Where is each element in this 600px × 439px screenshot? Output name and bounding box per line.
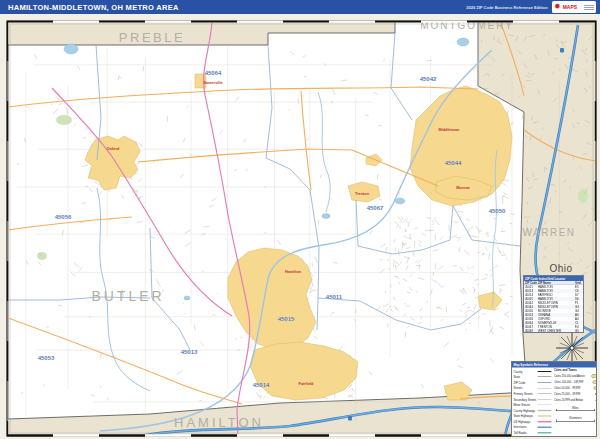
logo-star-icon: ✹ bbox=[554, 3, 561, 11]
town-label-monroe: Monroe bbox=[456, 186, 470, 190]
legend-line-symbols: County State ZIP Code Streets Primary St… bbox=[512, 368, 554, 436]
line-sample bbox=[538, 410, 552, 411]
publisher-logo: ✹ MAPS bbox=[552, 1, 596, 13]
legend-city-symbols: Cities and Towns Cities 250,000 and Abov… bbox=[554, 368, 597, 436]
zip-label-45042: 45042 bbox=[420, 76, 437, 82]
town-label-somerville: Somerville bbox=[203, 81, 222, 85]
page-title: HAMILTON-MIDDLETOWN, OH METRO AREA bbox=[0, 3, 179, 12]
county-label-warren: WARREN bbox=[522, 227, 575, 238]
line-sample bbox=[538, 426, 552, 428]
line-sample bbox=[538, 377, 552, 378]
town-label-trenton: Trenton bbox=[355, 192, 370, 196]
zip-label-45011: 45011 bbox=[326, 294, 343, 300]
line-sample bbox=[538, 405, 552, 406]
scale-bar bbox=[556, 409, 595, 411]
legend-panel: Map Symbols Reference County State ZIP C… bbox=[511, 361, 597, 437]
scale-bar-kilometers: Kilometers bbox=[554, 414, 597, 425]
city-symbol-icon bbox=[595, 393, 597, 395]
zip-label-45013: 45013 bbox=[181, 349, 198, 355]
state-inset-title: Ohio bbox=[536, 263, 586, 274]
table-row: 45069WEST CHESTERG5 bbox=[524, 329, 584, 333]
zip-label-45050: 45050 bbox=[489, 208, 506, 214]
city-symbol-icon bbox=[593, 380, 598, 384]
zip-label-45067: 45067 bbox=[367, 205, 384, 211]
line-sample bbox=[538, 382, 552, 383]
city-symbol-icon bbox=[592, 374, 598, 378]
col-zip-name: ZIP Name bbox=[537, 281, 574, 285]
zip-label-45044: 45044 bbox=[445, 160, 462, 166]
line-sample bbox=[538, 415, 552, 416]
county-label-hamilton: HAMILTON bbox=[174, 415, 264, 430]
town-label-oxford: Oxford bbox=[107, 147, 120, 151]
logo-brand-text: MAPS bbox=[563, 5, 577, 10]
zip-label-45064: 45064 bbox=[205, 70, 222, 76]
edition-label: 2020 ZIP Code Business Reference Edition bbox=[467, 4, 548, 11]
col-zip-code: ZIP Code bbox=[524, 281, 537, 285]
line-sample bbox=[538, 399, 552, 400]
town-label-hamilton: Hamilton bbox=[285, 270, 302, 274]
city-symbol-icon bbox=[594, 387, 598, 390]
line-sample bbox=[538, 388, 552, 389]
zip-label-45015: 45015 bbox=[278, 316, 295, 322]
county-label-butler: BUTLER bbox=[91, 288, 164, 304]
metro-map-canvas: PREBLE MONTGOMERY BUTLER WARREN HAMILTON… bbox=[0, 0, 600, 439]
scale-bar bbox=[556, 419, 595, 421]
zip-label-45056: 45056 bbox=[55, 214, 72, 220]
zip-label-45014: 45014 bbox=[253, 382, 270, 388]
header-bar: HAMILTON-MIDDLETOWN, OH METRO AREA 2020 … bbox=[0, 0, 600, 14]
county-label-preble: PREBLE bbox=[119, 30, 185, 45]
legend-item: Toll Roads bbox=[514, 430, 555, 436]
line-sample bbox=[538, 371, 552, 372]
col-grid: Grid bbox=[574, 281, 584, 285]
zip-index-table: ZIP Code Index/Grid Locator ZIP Code ZIP… bbox=[523, 275, 584, 333]
city-symbol-icon bbox=[596, 399, 598, 401]
town-label-fairfield: Fairfield bbox=[299, 382, 314, 386]
zip-label-45053: 45053 bbox=[38, 355, 55, 361]
town-label-middletown: Middletown bbox=[439, 128, 461, 132]
line-sample bbox=[538, 393, 552, 394]
line-sample bbox=[538, 421, 552, 422]
logo-address-lines bbox=[584, 5, 594, 10]
scale-bar-miles: Miles bbox=[554, 403, 597, 414]
line-sample bbox=[538, 432, 552, 433]
